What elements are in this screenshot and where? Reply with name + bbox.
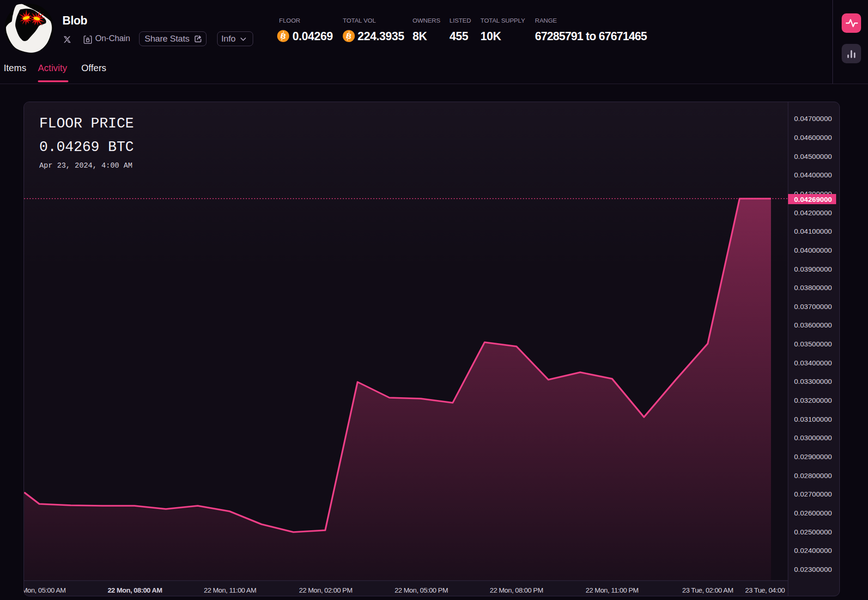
svg-text:22 Mon, 05:00 PM: 22 Mon, 05:00 PM [395,586,448,594]
svg-text:22 Mon, 02:00 PM: 22 Mon, 02:00 PM [299,586,352,594]
svg-text:22 Mon, 05:00 AM: 22 Mon, 05:00 AM [24,586,66,594]
svg-text:0.03600000: 0.03600000 [794,321,832,329]
svg-text:0.03000000: 0.03000000 [794,434,832,442]
svg-text:22 Mon, 11:00 AM: 22 Mon, 11:00 AM [204,586,256,594]
svg-text:0.03100000: 0.03100000 [794,415,832,423]
svg-text:22 Mon, 11:00 PM: 22 Mon, 11:00 PM [586,586,638,594]
svg-text:0.03200000: 0.03200000 [794,396,832,404]
svg-text:0.02300000: 0.02300000 [794,565,832,573]
svg-text:0.04600000: 0.04600000 [794,133,832,141]
svg-text:0.03500000: 0.03500000 [794,340,832,348]
svg-text:0.02500000: 0.02500000 [794,528,832,536]
svg-text:0.04500000: 0.04500000 [794,152,832,160]
svg-text:0.04700000: 0.04700000 [794,115,832,122]
svg-text:0.04000000: 0.04000000 [794,246,832,254]
svg-text:0.03800000: 0.03800000 [794,284,832,291]
svg-text:0.03900000: 0.03900000 [794,265,832,273]
svg-text:0.04269000: 0.04269000 [794,195,832,203]
svg-text:23 Tue, 04:00: 23 Tue, 04:00 [745,586,785,594]
svg-text:0.04100000: 0.04100000 [794,227,832,235]
svg-text:0.02400000: 0.02400000 [794,546,832,554]
svg-text:0.04400000: 0.04400000 [794,171,832,179]
svg-text:0.03400000: 0.03400000 [794,359,832,367]
svg-text:0.02800000: 0.02800000 [794,472,832,479]
svg-text:22 Mon, 08:00 AM: 22 Mon, 08:00 AM [108,586,162,594]
svg-text:22 Mon, 08:00 PM: 22 Mon, 08:00 PM [490,586,543,594]
svg-text:0.02700000: 0.02700000 [794,490,832,498]
svg-text:0.03700000: 0.03700000 [794,303,832,310]
svg-text:23 Tue, 02:00 AM: 23 Tue, 02:00 AM [682,586,733,594]
svg-text:0.02600000: 0.02600000 [794,509,832,517]
svg-text:0.04200000: 0.04200000 [794,209,832,217]
svg-text:0.03300000: 0.03300000 [794,377,832,385]
svg-text:0.02900000: 0.02900000 [794,453,832,461]
